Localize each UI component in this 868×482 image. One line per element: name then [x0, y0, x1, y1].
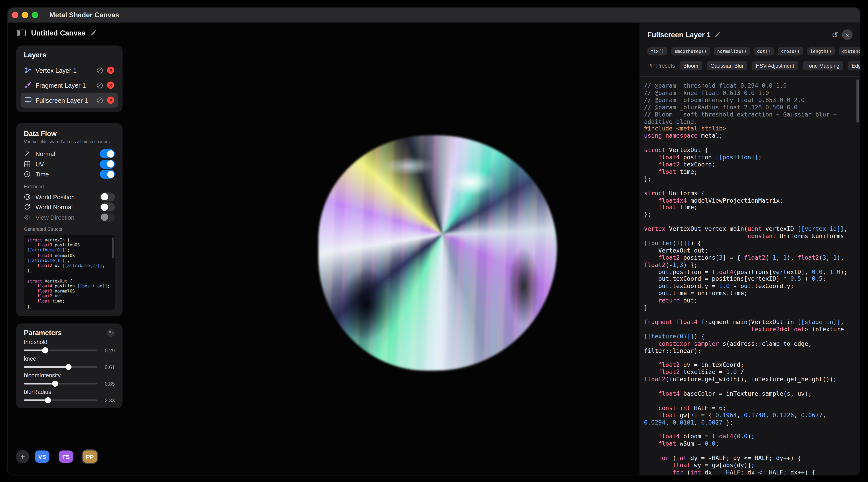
param-label-blurradius: blurRadius	[24, 389, 115, 395]
app-window: Metal Shader Canvas Untitled Canvas Laye…	[8, 8, 860, 475]
bloomintensity-slider-thumb[interactable]	[52, 380, 58, 387]
minimize-window-button[interactable]	[22, 12, 28, 19]
layer-label: Fragment Layer 1	[35, 82, 93, 89]
param-value-knee: 0.61	[100, 364, 115, 370]
reset-parameters-button[interactable]: ↻	[107, 329, 115, 337]
layer-item-vertex-layer-1[interactable]: Vertex Layer 1×	[21, 63, 118, 78]
close-window-button[interactable]	[12, 12, 19, 19]
snippet-chip-smoothstep-[interactable]: smoothstep()	[671, 47, 710, 56]
layers-list: Vertex Layer 1×Fragment Layer 1×Fullscre…	[21, 63, 118, 108]
data-flow-panel: Data Flow Vertex fields shared across al…	[16, 123, 123, 316]
snippet-chips-row: mix()smoothstep()normalize()dot()cross()…	[647, 47, 860, 56]
close-editor-button[interactable]: ×	[842, 30, 853, 40]
world-position-toggle[interactable]	[100, 192, 115, 201]
layer-label: Vertex Layer 1	[35, 67, 93, 73]
structs-scrollbar[interactable]	[112, 237, 114, 259]
preset-chip-hsv-adjustment[interactable]: HSV Adjustment	[752, 61, 798, 70]
preset-chip-gaussian-blur[interactable]: Gaussian Blur	[707, 61, 747, 70]
bloomintensity-slider[interactable]	[24, 383, 97, 385]
add-layer-button[interactable]: +	[16, 450, 30, 463]
sidebar-toggle-button[interactable]	[17, 30, 26, 37]
snippet-chip-distance-[interactable]: distance()	[839, 47, 860, 56]
rotate-arrow-icon	[24, 204, 31, 210]
bypass-layer-button[interactable]	[96, 82, 103, 89]
generated-structs-code: struct VertexIn { float3 positionOS [[at…	[27, 237, 112, 309]
blurradius-slider-thumb[interactable]	[45, 397, 51, 403]
shader-source-code[interactable]: // @param _threshold float 0.294 0.0 1.0…	[640, 77, 849, 475]
editor-scrollbar[interactable]	[857, 80, 859, 123]
code-editor-area[interactable]: // @param _threshold float 0.294 0.0 1.0…	[640, 77, 860, 475]
data-flow-title: Data Flow	[24, 130, 115, 138]
layer-item-fullscreen-layer-1[interactable]: Fullscreen Layer 1×	[21, 93, 118, 108]
shader-preview-mesh	[318, 135, 557, 370]
layers-panel-title: Layers	[24, 51, 118, 59]
delete-layer-button[interactable]: ×	[107, 82, 115, 89]
delete-layer-button[interactable]: ×	[107, 96, 115, 104]
parameters-title: Parameters	[24, 329, 62, 337]
param-label-bloomintensity: bloomIntensity	[24, 372, 115, 379]
dataflow-row-view-direction: View Direction	[24, 212, 115, 222]
snippet-chip-length-[interactable]: length()	[807, 47, 835, 56]
snippet-chip-dot-[interactable]: dot()	[754, 47, 774, 56]
threshold-slider-thumb[interactable]	[42, 347, 49, 353]
param-value-threshold: 0.29	[100, 348, 115, 353]
preset-chips-row: BloomGaussian BlurHSV AdjustmentTone Map…	[679, 61, 860, 70]
view-direction-toggle[interactable]	[100, 213, 115, 222]
grid-icon	[24, 161, 31, 167]
vertex-nodes-icon	[24, 67, 32, 74]
layer-type-button-fs[interactable]: FS	[59, 451, 73, 463]
window-title: Metal Shader Canvas	[50, 11, 119, 19]
parameters-panel: Parameters ↻ threshold0.29knee0.61bloomI…	[16, 324, 123, 409]
code-editor-panel: Fullscreen Layer 1 ↺ × mix()smoothstep()…	[639, 23, 860, 475]
display-icon	[24, 96, 32, 104]
bypass-layer-button[interactable]	[96, 67, 103, 73]
param-value-bloomintensity: 0.85	[100, 381, 115, 386]
normal-toggle[interactable]	[100, 149, 115, 158]
uv-toggle[interactable]	[100, 159, 115, 169]
rename-canvas-icon[interactable]	[91, 30, 97, 36]
bypass-layer-button[interactable]	[96, 97, 103, 103]
knee-slider[interactable]	[24, 366, 97, 368]
dataflow-row-world-normal: World Normal	[24, 202, 115, 212]
rename-layer-icon[interactable]	[714, 32, 721, 38]
preset-chip-tone-mapping[interactable]: Tone Mapping	[803, 61, 843, 70]
snippet-chip-cross-[interactable]: cross()	[778, 47, 803, 56]
preset-chip-edge-detection[interactable]: Edge Detection	[848, 61, 860, 70]
dataflow-label: Normal	[35, 150, 95, 157]
layer-type-button-pp[interactable]: PP	[83, 451, 97, 463]
undo-icon[interactable]: ↺	[832, 31, 838, 39]
generated-structs-box: struct VertexIn { float3 positionOS [[at…	[24, 235, 115, 310]
data-flow-toggles: NormalUVTime	[24, 149, 115, 180]
layer-item-fragment-layer-1[interactable]: Fragment Layer 1×	[21, 78, 118, 93]
blurradius-slider[interactable]	[24, 399, 97, 401]
layer-type-button-vs[interactable]: VS	[35, 451, 50, 463]
snippet-chip-normalize-[interactable]: normalize()	[714, 47, 750, 56]
knee-slider-thumb[interactable]	[66, 364, 72, 370]
parameter-sliders: threshold0.29knee0.61bloomIntensity0.85b…	[24, 339, 115, 403]
threshold-slider[interactable]	[24, 349, 97, 351]
generated-structs-label: Generated Structs	[24, 227, 115, 232]
world-normal-toggle[interactable]	[100, 203, 115, 211]
preset-chip-bloom[interactable]: Bloom	[679, 61, 702, 70]
zoom-window-button[interactable]	[32, 12, 38, 19]
canvas-title: Untitled Canvas	[31, 29, 86, 37]
dataflow-label: World Position	[35, 193, 95, 200]
dataflow-label: Time	[35, 171, 95, 178]
editor-layer-title: Fullscreen Layer 1	[647, 31, 711, 39]
dataflow-label: UV	[35, 161, 95, 167]
dataflow-row-uv: UV	[24, 159, 115, 169]
layer-label: Fullscreen Layer 1	[35, 97, 93, 103]
dataflow-row-normal: Normal	[24, 149, 115, 159]
param-label-knee: knee	[24, 356, 115, 362]
globe-icon	[24, 193, 31, 200]
desktop: Metal Shader Canvas Untitled Canvas Laye…	[0, 0, 868, 482]
arrow-up-right-icon	[24, 150, 31, 157]
data-flow-subtitle: Vertex fields shared across all mesh sha…	[24, 139, 115, 145]
snippet-chip-mix-[interactable]: mix()	[647, 47, 668, 56]
dataflow-row-time: Time	[24, 169, 115, 180]
time-toggle[interactable]	[100, 170, 115, 179]
delete-layer-button[interactable]: ×	[107, 67, 115, 74]
dataflow-row-world-position: World Position	[24, 192, 115, 202]
layers-panel: Layers Vertex Layer 1×Fragment Layer 1×F…	[16, 46, 123, 112]
extended-section-label: Extended	[24, 183, 115, 189]
